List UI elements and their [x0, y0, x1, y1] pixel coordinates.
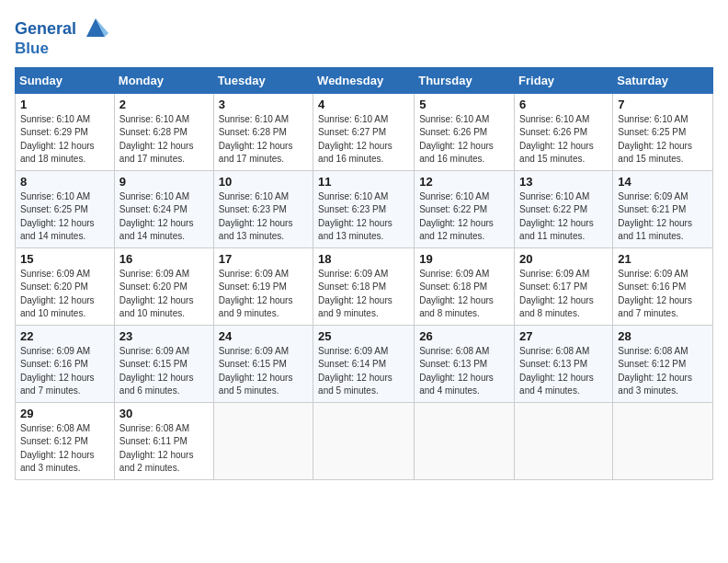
day-number: 21	[618, 252, 708, 266]
week-row-3: 15Sunrise: 6:09 AMSunset: 6:20 PMDayligh…	[16, 247, 713, 325]
day-cell: 11Sunrise: 6:10 AMSunset: 6:23 PMDayligh…	[313, 170, 415, 247]
week-row-4: 22Sunrise: 6:09 AMSunset: 6:16 PMDayligh…	[16, 325, 713, 402]
day-info: Sunrise: 6:09 AMSunset: 6:21 PMDaylight:…	[618, 190, 708, 244]
day-info: Sunrise: 6:09 AMSunset: 6:18 PMDaylight:…	[419, 268, 509, 321]
day-number: 1	[20, 98, 109, 111]
day-info: Sunrise: 6:08 AMSunset: 6:11 PMDaylight:…	[119, 422, 209, 476]
day-info: Sunrise: 6:10 AMSunset: 6:22 PMDaylight:…	[419, 190, 509, 244]
day-info: Sunrise: 6:10 AMSunset: 6:28 PMDaylight:…	[119, 113, 209, 167]
col-header-tuesday: Tuesday	[213, 67, 313, 93]
day-cell: 3Sunrise: 6:10 AMSunset: 6:28 PMDaylight…	[213, 93, 313, 170]
day-info: Sunrise: 6:10 AMSunset: 6:25 PMDaylight:…	[20, 190, 109, 244]
page-header: General Blue	[15, 15, 713, 58]
day-number: 6	[519, 98, 608, 111]
logo-general: General	[15, 19, 76, 38]
day-cell: 5Sunrise: 6:10 AMSunset: 6:26 PMDaylight…	[415, 93, 515, 170]
day-cell: 20Sunrise: 6:09 AMSunset: 6:17 PMDayligh…	[515, 247, 613, 325]
day-info: Sunrise: 6:10 AMSunset: 6:23 PMDaylight:…	[219, 190, 308, 244]
day-info: Sunrise: 6:10 AMSunset: 6:28 PMDaylight:…	[219, 113, 308, 167]
day-number: 28	[618, 329, 708, 343]
day-cell: 22Sunrise: 6:09 AMSunset: 6:16 PMDayligh…	[16, 325, 115, 402]
day-cell: 1Sunrise: 6:10 AMSunset: 6:29 PMDaylight…	[16, 93, 115, 170]
day-info: Sunrise: 6:09 AMSunset: 6:16 PMDaylight:…	[20, 345, 109, 398]
day-info: Sunrise: 6:09 AMSunset: 6:15 PMDaylight:…	[219, 345, 308, 398]
day-cell: 19Sunrise: 6:09 AMSunset: 6:18 PMDayligh…	[415, 247, 515, 325]
day-info: Sunrise: 6:10 AMSunset: 6:24 PMDaylight:…	[119, 190, 209, 244]
day-info: Sunrise: 6:09 AMSunset: 6:20 PMDaylight:…	[20, 268, 109, 321]
col-header-wednesday: Wednesday	[313, 67, 415, 93]
day-number: 11	[318, 175, 409, 189]
day-info: Sunrise: 6:09 AMSunset: 6:16 PMDaylight:…	[618, 268, 708, 321]
day-cell: 12Sunrise: 6:10 AMSunset: 6:22 PMDayligh…	[415, 170, 515, 247]
day-cell: 15Sunrise: 6:09 AMSunset: 6:20 PMDayligh…	[16, 247, 115, 325]
day-number: 8	[20, 175, 109, 189]
day-number: 2	[119, 98, 209, 111]
day-cell: 26Sunrise: 6:08 AMSunset: 6:13 PMDayligh…	[415, 325, 515, 402]
day-cell: 16Sunrise: 6:09 AMSunset: 6:20 PMDayligh…	[114, 247, 213, 325]
day-cell	[415, 402, 515, 479]
day-number: 19	[419, 252, 509, 266]
logo: General Blue	[15, 18, 108, 58]
day-info: Sunrise: 6:10 AMSunset: 6:23 PMDaylight:…	[318, 190, 409, 244]
day-cell: 4Sunrise: 6:10 AMSunset: 6:27 PMDaylight…	[313, 93, 415, 170]
day-info: Sunrise: 6:09 AMSunset: 6:17 PMDaylight:…	[519, 268, 608, 321]
day-info: Sunrise: 6:09 AMSunset: 6:15 PMDaylight:…	[119, 345, 209, 398]
day-cell: 14Sunrise: 6:09 AMSunset: 6:21 PMDayligh…	[613, 170, 713, 247]
day-info: Sunrise: 6:10 AMSunset: 6:22 PMDaylight:…	[519, 190, 608, 244]
day-number: 22	[20, 329, 109, 343]
day-info: Sunrise: 6:09 AMSunset: 6:20 PMDaylight:…	[119, 268, 209, 321]
day-number: 16	[119, 252, 209, 266]
day-cell: 29Sunrise: 6:08 AMSunset: 6:12 PMDayligh…	[16, 402, 115, 479]
day-number: 29	[20, 407, 109, 420]
day-number: 13	[519, 175, 608, 189]
day-number: 4	[318, 98, 409, 111]
day-number: 30	[119, 407, 209, 420]
day-number: 14	[618, 175, 708, 189]
day-cell: 9Sunrise: 6:10 AMSunset: 6:24 PMDaylight…	[114, 170, 213, 247]
col-header-monday: Monday	[114, 67, 213, 93]
day-info: Sunrise: 6:09 AMSunset: 6:18 PMDaylight:…	[318, 268, 409, 321]
day-number: 7	[618, 98, 708, 111]
day-cell	[515, 402, 613, 479]
day-number: 26	[419, 329, 509, 343]
week-row-1: 1Sunrise: 6:10 AMSunset: 6:29 PMDaylight…	[16, 93, 713, 170]
day-info: Sunrise: 6:10 AMSunset: 6:27 PMDaylight:…	[318, 113, 409, 167]
day-info: Sunrise: 6:10 AMSunset: 6:26 PMDaylight:…	[419, 113, 509, 167]
week-row-2: 8Sunrise: 6:10 AMSunset: 6:25 PMDaylight…	[16, 170, 713, 247]
day-info: Sunrise: 6:10 AMSunset: 6:29 PMDaylight:…	[20, 113, 109, 167]
day-number: 20	[519, 252, 608, 266]
day-cell: 25Sunrise: 6:09 AMSunset: 6:14 PMDayligh…	[313, 325, 415, 402]
day-cell	[213, 402, 313, 479]
day-cell: 2Sunrise: 6:10 AMSunset: 6:28 PMDaylight…	[114, 93, 213, 170]
day-cell: 18Sunrise: 6:09 AMSunset: 6:18 PMDayligh…	[313, 247, 415, 325]
day-cell: 8Sunrise: 6:10 AMSunset: 6:25 PMDaylight…	[16, 170, 115, 247]
day-cell: 27Sunrise: 6:08 AMSunset: 6:13 PMDayligh…	[515, 325, 613, 402]
col-header-saturday: Saturday	[613, 67, 713, 93]
day-number: 3	[219, 98, 308, 111]
logo-blue: Blue	[15, 40, 108, 58]
day-number: 9	[119, 175, 209, 189]
day-number: 24	[219, 329, 308, 343]
day-info: Sunrise: 6:09 AMSunset: 6:19 PMDaylight:…	[219, 268, 308, 321]
day-cell: 24Sunrise: 6:09 AMSunset: 6:15 PMDayligh…	[213, 325, 313, 402]
col-header-friday: Friday	[515, 67, 613, 93]
day-cell: 17Sunrise: 6:09 AMSunset: 6:19 PMDayligh…	[213, 247, 313, 325]
week-row-5: 29Sunrise: 6:08 AMSunset: 6:12 PMDayligh…	[16, 402, 713, 479]
day-info: Sunrise: 6:09 AMSunset: 6:14 PMDaylight:…	[318, 345, 409, 398]
day-cell	[613, 402, 713, 479]
day-cell: 23Sunrise: 6:09 AMSunset: 6:15 PMDayligh…	[114, 325, 213, 402]
day-info: Sunrise: 6:10 AMSunset: 6:26 PMDaylight:…	[519, 113, 608, 167]
day-cell: 28Sunrise: 6:08 AMSunset: 6:12 PMDayligh…	[613, 325, 713, 402]
day-info: Sunrise: 6:08 AMSunset: 6:12 PMDaylight:…	[20, 422, 109, 476]
day-cell: 7Sunrise: 6:10 AMSunset: 6:25 PMDaylight…	[613, 93, 713, 170]
logo-icon	[83, 15, 108, 40]
day-info: Sunrise: 6:08 AMSunset: 6:12 PMDaylight:…	[618, 345, 708, 398]
day-cell: 13Sunrise: 6:10 AMSunset: 6:22 PMDayligh…	[515, 170, 613, 247]
day-number: 12	[419, 175, 509, 189]
day-number: 27	[519, 329, 608, 343]
day-number: 23	[119, 329, 209, 343]
col-header-thursday: Thursday	[415, 67, 515, 93]
day-number: 10	[219, 175, 308, 189]
calendar-table: SundayMondayTuesdayWednesdayThursdayFrid…	[15, 67, 713, 480]
day-number: 5	[419, 98, 509, 111]
